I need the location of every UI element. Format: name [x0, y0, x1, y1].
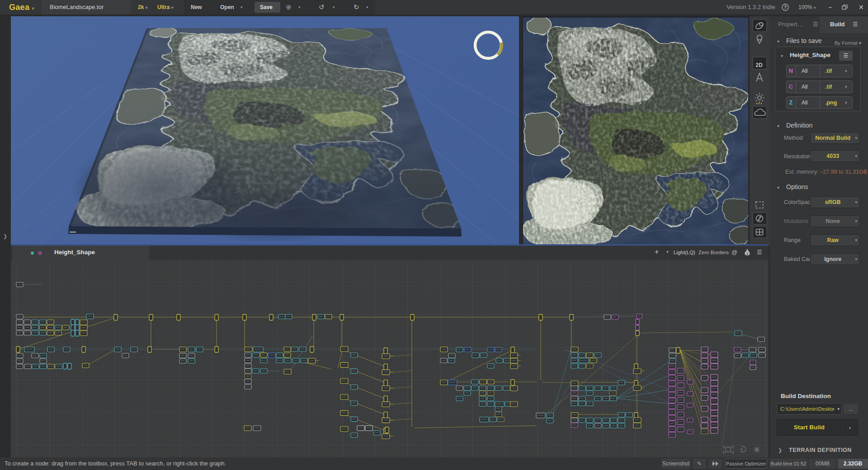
svg-text:?: ?: [784, 5, 787, 10]
svg-text:2D: 2D: [756, 62, 763, 68]
